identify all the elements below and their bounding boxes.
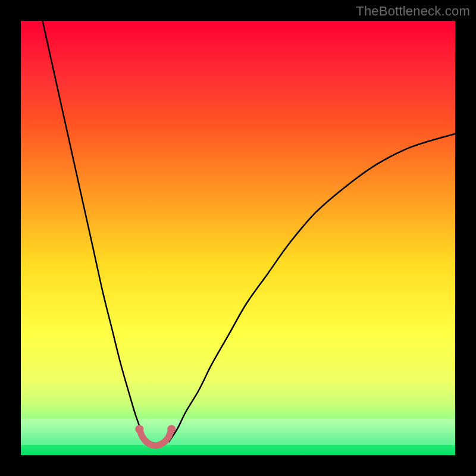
curve-left-arm <box>43 21 147 442</box>
chart-stage: TheBottleneck.com <box>0 0 476 476</box>
highlight-group <box>135 425 176 446</box>
watermark-text: TheBottleneck.com <box>356 4 470 19</box>
highlight-arc <box>139 429 171 446</box>
plot-area <box>21 21 455 455</box>
highlight-dot <box>135 425 143 433</box>
chart-svg <box>21 21 455 455</box>
curve-right-arm <box>168 134 455 442</box>
highlight-dot <box>167 425 176 433</box>
highlight-dots <box>135 425 176 433</box>
curve-group <box>43 21 456 442</box>
legend-band <box>21 418 455 445</box>
